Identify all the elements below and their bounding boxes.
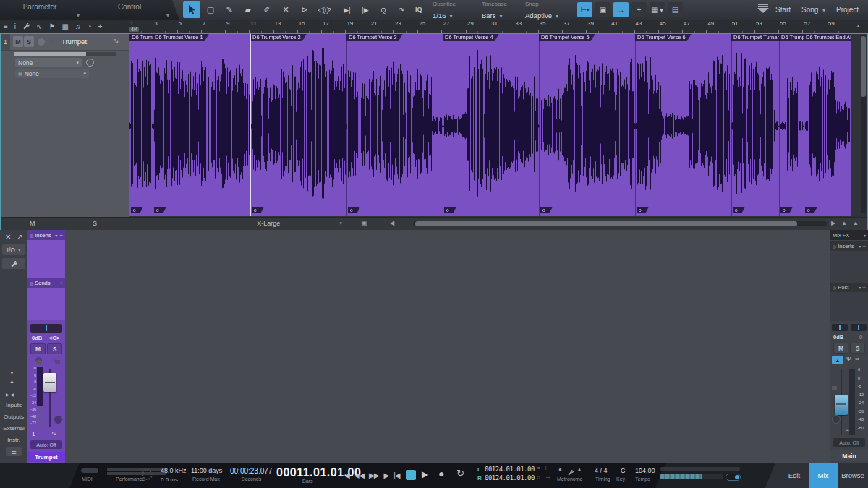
control-tab[interactable]: Control ▾ bbox=[90, 0, 179, 20]
project-page-button[interactable]: Project bbox=[836, 6, 859, 14]
add-insert-icon[interactable]: + bbox=[862, 243, 866, 249]
global-mute-button[interactable]: M bbox=[30, 220, 35, 227]
video-button[interactable]: ▤ bbox=[668, 2, 683, 17]
return-to-start-button[interactable]: |◀ bbox=[393, 471, 399, 479]
post-header[interactable]: ◎ Post ▾ + bbox=[830, 283, 868, 292]
vertical-scrollbar-thumb[interactable] bbox=[861, 36, 866, 97]
playhead[interactable] bbox=[250, 34, 251, 216]
marker-icon[interactable]: ⚑ bbox=[48, 22, 55, 30]
region-label[interactable]: D6 Trumpet Verse 2 bbox=[250, 34, 307, 41]
sidebar-item-instr[interactable]: Instr. bbox=[0, 437, 27, 443]
automation-icon[interactable]: ∿ bbox=[36, 22, 42, 30]
region-label[interactable]: D6 Trumpet End Alt bbox=[804, 34, 851, 41]
time-signature-value[interactable]: 4 / 4 bbox=[595, 467, 608, 474]
main-fader-cap[interactable] bbox=[835, 395, 848, 415]
paint-tool[interactable]: ✐ bbox=[258, 1, 276, 18]
play-button[interactable]: ▶ bbox=[422, 469, 428, 479]
return-marker-button[interactable]: |▶ bbox=[357, 1, 374, 18]
chevron-down-icon[interactable]: ▾ bbox=[55, 233, 57, 238]
add-insert-icon[interactable]: + bbox=[59, 232, 63, 239]
record-button[interactable]: ● bbox=[438, 468, 444, 479]
grid-icon[interactable]: ▦ bbox=[61, 22, 68, 30]
region-gain-badge[interactable]: o bbox=[733, 207, 745, 213]
info-icon[interactable]: i bbox=[14, 22, 16, 30]
region-label[interactable]: D6 Trumpet Verse 3 bbox=[346, 34, 403, 41]
chevron-down-icon[interactable]: ▾ bbox=[859, 285, 861, 290]
snapshot-icon[interactable]: ▣ bbox=[361, 219, 367, 226]
tempo-value[interactable]: 104.00 bbox=[635, 467, 655, 474]
main-mute-button[interactable]: M bbox=[833, 343, 848, 354]
track-solo-button[interactable]: S bbox=[24, 36, 34, 47]
next-bar-button[interactable]: ▶ bbox=[383, 471, 388, 479]
channel-name[interactable]: Trumpet bbox=[27, 452, 65, 462]
chevron-down-icon[interactable]: ▾ bbox=[77, 12, 80, 19]
region-label[interactable]: D6 Trumpet Turnarou bbox=[731, 34, 784, 41]
zoom-out-icon[interactable]: ▶ bbox=[831, 220, 835, 226]
loop-button[interactable]: ↻ bbox=[456, 468, 464, 479]
snap-dropdown[interactable]: Snap Adaptive▾ bbox=[525, 1, 571, 19]
rewind-button[interactable]: ◀◀ bbox=[354, 471, 364, 479]
track-size-select[interactable]: X-Large ▾ bbox=[197, 218, 342, 228]
region-gain-badge[interactable]: o bbox=[444, 207, 456, 213]
region-gain-badge[interactable]: o bbox=[252, 207, 264, 213]
horizontal-scrollbar[interactable] bbox=[413, 221, 827, 226]
click-toggle-icon[interactable]: ● bbox=[558, 466, 562, 473]
global-solo-button[interactable]: S bbox=[93, 220, 97, 227]
power-icon[interactable]: ◎ bbox=[833, 285, 836, 290]
mute-tool[interactable]: ✕ bbox=[277, 1, 294, 18]
fast-forward-button[interactable]: ▶▶ bbox=[369, 471, 378, 479]
parameter-tab[interactable]: Parameter ▾ bbox=[0, 0, 90, 20]
monitor-toggle[interactable] bbox=[726, 474, 741, 481]
pan-value[interactable]: <C> bbox=[49, 335, 59, 341]
quantize-button[interactable]: Q bbox=[375, 1, 392, 18]
sends-body[interactable] bbox=[27, 288, 65, 320]
monitor-button[interactable]: ▲ bbox=[832, 356, 843, 364]
pan-knob[interactable] bbox=[54, 415, 63, 424]
note-icon[interactable]: ♫ bbox=[75, 22, 81, 30]
region-label[interactable]: D6 Trumpet Verse 1 bbox=[153, 34, 209, 41]
sends-header[interactable]: ◎ Sends + bbox=[27, 278, 65, 288]
instrument-select[interactable]: ▤ None ▾ bbox=[15, 69, 89, 78]
add-post-icon[interactable]: + bbox=[862, 284, 866, 291]
main-channel-name[interactable]: Main bbox=[830, 450, 868, 461]
pan-slider-right[interactable] bbox=[851, 324, 867, 331]
arrow-tool[interactable] bbox=[183, 1, 200, 18]
download-icon[interactable] bbox=[757, 4, 770, 15]
close-icon[interactable]: ✕ bbox=[5, 233, 11, 241]
split-tool[interactable]: ✎ bbox=[221, 1, 238, 18]
vertical-scrollbar[interactable] bbox=[861, 35, 866, 213]
input-quantize-toggle[interactable]: IQ bbox=[415, 6, 422, 13]
metronome-label[interactable]: Metronome bbox=[557, 476, 582, 481]
automation-mode-button[interactable]: Auto: Off bbox=[30, 440, 62, 449]
loop-start-value[interactable]: 00124.01.01.00 bbox=[485, 466, 535, 473]
autopunch-out-icon[interactable]: ⊣ bbox=[545, 474, 550, 481]
timebase-dropdown[interactable]: Timebase Bars▾ bbox=[482, 1, 524, 19]
play-marker-button[interactable]: ▶| bbox=[339, 1, 356, 18]
track-mute-button[interactable]: M bbox=[13, 36, 23, 47]
menu-icon[interactable]: ≡ bbox=[4, 22, 8, 30]
region-gain-badge[interactable]: o bbox=[540, 207, 553, 213]
track-name[interactable]: Trumpet bbox=[61, 38, 87, 46]
chevron-down-icon[interactable]: ▾ bbox=[859, 244, 861, 249]
autoscroll-toggle[interactable]: ⊢• bbox=[577, 2, 592, 17]
start-page-button[interactable]: Start bbox=[775, 6, 791, 14]
metronome-volume-icon[interactable]: ▲ bbox=[576, 466, 582, 473]
region-gain-badge[interactable]: o bbox=[805, 207, 817, 213]
prev-bar-button[interactable]: ◀ bbox=[344, 471, 349, 479]
power-icon[interactable]: ◎ bbox=[30, 281, 33, 286]
chevron-down-icon[interactable]: ▾ bbox=[822, 7, 825, 14]
link-icon[interactable]: ∞ bbox=[855, 356, 859, 362]
help-button[interactable]: ? bbox=[320, 1, 338, 18]
region-gain-badge[interactable]: o bbox=[154, 207, 166, 213]
chevron-down-icon[interactable]: ▾ bbox=[166, 12, 169, 19]
inserts-body[interactable] bbox=[27, 240, 65, 278]
quantize-dropdown[interactable]: Quantize 1/16▾ bbox=[433, 1, 477, 19]
region-gain-badge[interactable]: o bbox=[637, 207, 649, 213]
wrench-icon[interactable] bbox=[22, 22, 30, 31]
eraser-tool[interactable]: ▰ bbox=[239, 1, 257, 18]
transform-button[interactable]: ↷ bbox=[393, 1, 410, 18]
pan-slider[interactable] bbox=[30, 324, 62, 333]
performance-label[interactable]: Performance bbox=[116, 476, 145, 481]
add-track-icon[interactable]: + bbox=[98, 22, 102, 30]
region-gain-badge[interactable]: o bbox=[131, 207, 143, 213]
